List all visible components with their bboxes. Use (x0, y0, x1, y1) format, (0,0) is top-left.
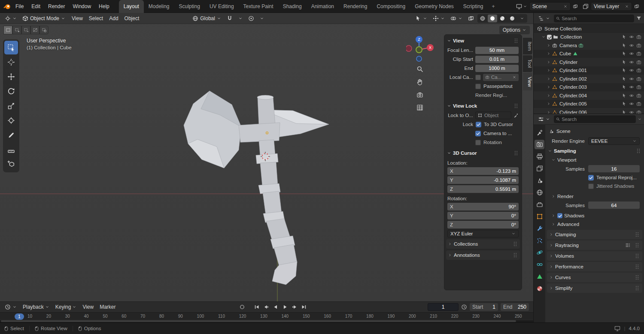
timeline-menu-item[interactable]: Marker (97, 303, 118, 311)
hide-render-icon[interactable] (636, 93, 641, 98)
outliner-search-input[interactable] (562, 16, 632, 21)
zoom-view-button[interactable] (414, 63, 425, 75)
pin-icon[interactable] (638, 117, 642, 121)
unlink-scene-icon[interactable] (563, 4, 568, 9)
cursor-panel-header[interactable]: 3D Cursor (444, 148, 522, 158)
hide-viewport-icon[interactable] (629, 101, 634, 106)
render-engine-dropdown[interactable]: EEVEE (588, 137, 640, 145)
hide-viewport-icon[interactable] (629, 110, 634, 114)
hide-viewport-icon[interactable] (629, 93, 634, 98)
outliner-object-row[interactable]: Cylinder.004 (534, 91, 644, 100)
workspace-tab[interactable]: UV Editing (205, 0, 239, 13)
scene-selector[interactable]: Scene (529, 2, 571, 11)
tool-measure[interactable] (4, 143, 18, 156)
breadcrumb-scene[interactable]: Scene (556, 129, 571, 134)
tab-tool[interactable] (535, 128, 544, 137)
collection-checkbox[interactable] (547, 35, 552, 39)
tool-move[interactable] (4, 70, 18, 84)
timeline-menu-item[interactable]: Keying (52, 303, 80, 311)
workspace-tab[interactable]: Animation (307, 0, 339, 13)
hide-render-icon[interactable] (636, 51, 641, 56)
add-workspace-button[interactable]: + (489, 3, 498, 9)
shading-rendered-button[interactable] (507, 15, 517, 22)
menu-item[interactable]: Window (69, 2, 95, 11)
jittered-shadows-checkbox[interactable] (588, 184, 594, 189)
hide-render-icon[interactable] (636, 43, 641, 48)
tool-add-cube[interactable] (4, 157, 18, 171)
shadows-header[interactable]: Shadows (545, 211, 644, 220)
mode-dropdown[interactable]: Object Mode (20, 14, 67, 23)
next-keyframe-button[interactable] (290, 303, 299, 311)
cursor-rotation-field[interactable]: X90° (447, 203, 519, 211)
expand-icon[interactable] (547, 110, 551, 114)
tool-rotate[interactable] (4, 84, 18, 98)
collection-row[interactable]: Collection (534, 33, 644, 42)
tab-object[interactable] (535, 212, 544, 221)
outliner-object-row[interactable]: Cylinder.002 (534, 75, 644, 83)
focal-length-field[interactable]: 50 mm (475, 47, 519, 54)
current-frame-field[interactable]: 1 (428, 303, 459, 311)
collapsed-section-header[interactable]: Raytracing (547, 241, 642, 250)
tab-modifiers[interactable] (535, 224, 544, 233)
snap-settings-dropdown[interactable] (236, 15, 245, 22)
selectable-icon[interactable] (622, 51, 627, 56)
local-camera-checkbox[interactable] (475, 75, 481, 80)
workspace-tab[interactable]: Sculpting (174, 0, 205, 13)
tab-particles[interactable] (535, 236, 544, 245)
menu-item[interactable]: Render (44, 2, 69, 11)
outliner-object-row[interactable]: Cylinder (534, 58, 644, 66)
view-layer-selector[interactable]: View Layer (591, 2, 632, 11)
sampling-render-header[interactable]: Render (545, 192, 644, 201)
cursor-rotation-field[interactable]: Y0° (447, 212, 519, 220)
proportional-edit-toggle[interactable] (246, 14, 256, 23)
outliner-editor-type-button[interactable] (536, 14, 552, 23)
selectable-icon[interactable] (622, 101, 627, 106)
properties-search-input[interactable] (562, 117, 634, 122)
select-mode-extend[interactable] (12, 26, 21, 34)
workspace-tab[interactable]: Texture Paint (239, 0, 278, 13)
current-frame-indicator[interactable]: 1 (15, 313, 24, 320)
proportional-falloff-dropdown[interactable] (258, 15, 266, 22)
tab-render[interactable] (535, 140, 544, 149)
timeline-editor-type-button[interactable] (3, 303, 19, 311)
hide-render-icon[interactable] (636, 76, 641, 81)
lock-to-3d-cursor-checkbox[interactable] (476, 122, 481, 127)
show-overlays-dropdown[interactable] (448, 14, 465, 23)
view-panel-header[interactable]: View (444, 36, 522, 45)
collapsed-section-header[interactable]: Clamping (547, 230, 642, 239)
properties-editor-type-button[interactable] (536, 115, 552, 123)
tab-view-layer[interactable] (535, 164, 544, 173)
toggle-perspective-button[interactable] (414, 102, 425, 113)
hide-render-icon[interactable] (636, 101, 641, 106)
hide-render-icon[interactable] (636, 110, 641, 114)
workspace-tab[interactable]: Rendering (339, 0, 372, 13)
cursor-rotation-field[interactable]: Z0° (447, 221, 519, 229)
unlink-view-layer-icon[interactable] (625, 4, 629, 9)
panel-grip-icon[interactable] (513, 103, 519, 109)
tool-select-box[interactable] (4, 41, 18, 54)
hide-render-icon[interactable] (636, 68, 641, 73)
jump-to-start-button[interactable] (252, 303, 261, 311)
cursor-location-field[interactable]: Y-0.1087 m (447, 176, 519, 184)
gizmo-y-axis[interactable] (416, 47, 422, 53)
scene-browse-button[interactable] (515, 3, 529, 10)
cursor-location-field[interactable]: Z0.5591 m (447, 185, 519, 193)
viewport-menu-item[interactable]: Object (122, 14, 143, 23)
viewport-menu-item[interactable]: Add (106, 14, 121, 23)
selectable-icon[interactable] (622, 43, 627, 48)
hide-viewport-icon[interactable] (629, 34, 634, 39)
n-panel-tab[interactable]: Item (523, 38, 532, 54)
hide-viewport-icon[interactable] (629, 43, 634, 48)
n-panel-tab[interactable]: Tool (523, 55, 532, 72)
collapsed-section-header[interactable]: Volumes (547, 251, 642, 261)
tool-transform[interactable] (4, 114, 18, 127)
transform-orientation-dropdown[interactable]: Global (190, 14, 223, 23)
jump-to-end-button[interactable] (300, 303, 308, 311)
auto-keying-button[interactable] (238, 303, 246, 311)
toggle-xray-button[interactable] (466, 14, 476, 23)
object-visibility-dropdown[interactable] (413, 14, 429, 23)
menu-item[interactable]: Edit (27, 2, 44, 11)
tool-annotate[interactable] (4, 128, 18, 142)
blender-logo-icon[interactable] (3, 3, 11, 10)
clip-start-field[interactable]: 0.01 m (475, 56, 519, 63)
